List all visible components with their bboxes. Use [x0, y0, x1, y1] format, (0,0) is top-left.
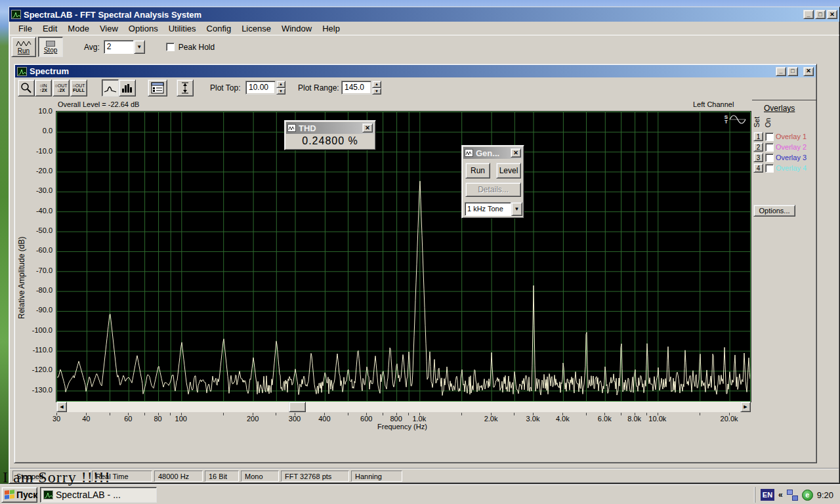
scroll-right-icon[interactable]: ▶	[740, 402, 751, 412]
generator-title: Gen...	[476, 148, 511, 158]
x-tick-label: 300	[289, 415, 301, 423]
y-tick-label: -110.0	[18, 346, 52, 354]
plot-top-spinner[interactable]: ▲▼	[276, 81, 285, 94]
menu-config[interactable]: Config	[201, 22, 237, 35]
peak-hold-checkbox[interactable]	[166, 43, 175, 51]
display-options-button[interactable]	[148, 79, 167, 96]
generator-dialog[interactable]: Gen... ✕ Run Level Details... 1 kHz Tone…	[461, 145, 524, 219]
menu-view[interactable]: View	[94, 22, 123, 35]
generator-run-button[interactable]: Run	[465, 163, 490, 178]
generator-close-button[interactable]: ✕	[511, 148, 521, 158]
network-tray-icon[interactable]	[787, 490, 798, 501]
x-tick-mark	[621, 413, 621, 415]
start-button[interactable]: Пуск	[1, 487, 37, 503]
x-tick-mark	[514, 413, 514, 415]
taskbar-task-spectralab[interactable]: SpectraLAB - ...	[40, 487, 157, 503]
chevron-down-icon[interactable]: ▼	[134, 40, 145, 54]
zoom-tool-button[interactable]	[18, 79, 35, 96]
menu-utilities[interactable]: Utilities	[163, 22, 201, 35]
bar-plot-mode-button[interactable]	[119, 79, 136, 96]
generator-signal-combobox[interactable]: 1 kHz Tone ▼	[465, 202, 522, 216]
waveform-icon	[16, 39, 32, 47]
peak-curve-icon	[104, 83, 117, 93]
y-tick-label: -60.0	[18, 246, 52, 254]
status-panel: 16 Bit	[205, 471, 239, 482]
generator-chevron-down-icon[interactable]: ▼	[511, 202, 522, 216]
overlay-set-button-3[interactable]: 3	[753, 153, 763, 162]
overlay-set-button-2[interactable]: 2	[753, 142, 763, 152]
y-tick-label: -50.0	[18, 226, 52, 234]
x-tick-mark	[170, 413, 171, 415]
overlay-label-3: Overlay 3	[776, 154, 807, 161]
y-tick-label: -40.0	[18, 207, 52, 215]
overlays-header: Overlays	[764, 104, 795, 113]
generator-details-button: Details...	[465, 182, 521, 197]
zoom-in-2x-button[interactable]: ○IN ↑2X	[35, 79, 52, 96]
x-tick-label: 80	[154, 415, 162, 423]
status-panel: Mono	[241, 471, 279, 482]
spectrum-maximize-button[interactable]: □	[788, 67, 798, 76]
x-tick-label: 60	[124, 415, 132, 423]
overlay-set-button-4[interactable]: 4	[753, 163, 763, 173]
line-plot-mode-button[interactable]	[102, 79, 119, 96]
x-tick-mark	[223, 413, 224, 415]
x-tick-mark	[700, 413, 700, 415]
menu-help[interactable]: Help	[317, 22, 345, 35]
menu-mode[interactable]: Mode	[62, 22, 94, 35]
overlay-row: 1Overlay 1	[753, 131, 807, 142]
plot-range-spinner[interactable]: ▲▼	[372, 81, 381, 94]
menu-license[interactable]: License	[236, 22, 276, 35]
spectralab-plot-logo: S T	[724, 114, 746, 125]
autoscale-button[interactable]	[177, 79, 194, 96]
generator-titlebar[interactable]: Gen... ✕	[463, 147, 522, 159]
maximize-button[interactable]: □	[815, 10, 826, 19]
annotation-text: I am Sorry !!!!!	[3, 469, 111, 486]
overlay-label-2: Overlay 2	[776, 143, 807, 151]
thd-titlebar[interactable]: THD ✕	[286, 122, 374, 134]
menu-file[interactable]: File	[13, 22, 37, 35]
overlay-on-checkbox-4[interactable]	[765, 164, 774, 173]
spectrum-titlebar[interactable]: Spectrum _ □ ✕	[15, 65, 816, 77]
overlay-set-button-1[interactable]: 1	[753, 132, 763, 141]
x-tick-mark	[461, 413, 462, 415]
spectrum-close-button[interactable]: ✕	[803, 67, 814, 76]
x-tick-label: 30	[52, 415, 60, 423]
plot-top-input[interactable]: 10.00	[245, 81, 276, 94]
list-window-icon	[151, 82, 164, 94]
spectrum-plot[interactable]: S T	[56, 112, 751, 402]
zoom-out-full-button[interactable]: ○OUT FULL	[70, 79, 87, 96]
plot-range-input[interactable]: 145.0	[341, 81, 371, 94]
scroll-left-icon[interactable]: ◀	[56, 402, 67, 412]
scrollbar-thumb[interactable]	[289, 402, 306, 412]
tray-collapse-icon[interactable]: «	[778, 490, 783, 499]
generator-level-button[interactable]: Level	[496, 163, 521, 178]
menu-options[interactable]: Options	[123, 22, 163, 35]
language-indicator[interactable]: EN	[761, 489, 774, 501]
overlay-on-checkbox-3[interactable]	[765, 154, 774, 162]
overlay-on-checkbox-1[interactable]	[765, 133, 774, 141]
overlays-options-button[interactable]: Options...	[753, 205, 795, 217]
run-button[interactable]: Run	[11, 37, 36, 57]
x-tick-mark	[144, 413, 145, 415]
menu-edit[interactable]: Edit	[37, 22, 62, 35]
overlay-on-checkbox-2[interactable]	[765, 143, 774, 152]
close-button[interactable]: ✕	[827, 10, 837, 19]
avg-combobox[interactable]: 2 ▼	[104, 40, 145, 54]
thd-dialog[interactable]: THD ✕ 0.24800 %	[284, 120, 376, 150]
spectrum-minimize-button[interactable]: _	[776, 67, 786, 76]
y-tick-label: -20.0	[18, 167, 52, 175]
thd-close-button[interactable]: ✕	[362, 123, 373, 133]
x-tick-mark	[348, 413, 348, 415]
zoom-out-2x-button[interactable]: ○OUT ↓2X	[52, 79, 70, 96]
stop-button[interactable]: Stop	[38, 37, 63, 57]
plot-top-label: Plot Top:	[210, 83, 240, 93]
y-tick-label: -130.0	[18, 386, 52, 394]
frequency-scrollbar[interactable]: ◀ ▶	[56, 402, 751, 412]
overlays-divider	[752, 100, 816, 100]
spectrum-trace	[57, 181, 750, 396]
main-titlebar[interactable]: SpectraLAB - FFT Spectral Analysis Syste…	[9, 7, 839, 22]
minimize-button[interactable]: _	[803, 10, 814, 19]
menu-window[interactable]: Window	[276, 22, 317, 35]
antivirus-tray-icon[interactable]: e	[802, 490, 813, 501]
windows-logo-icon	[5, 490, 14, 501]
